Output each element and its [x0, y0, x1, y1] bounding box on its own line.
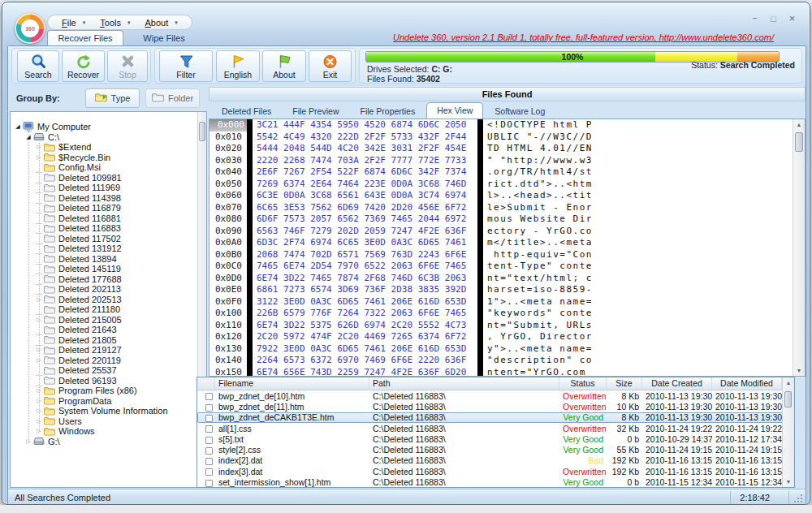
tree-item-c[interactable]: ◢C:\: [11, 132, 206, 143]
tree-item-deleted-116879[interactable]: Deleted 116879: [11, 203, 206, 213]
stop-button[interactable]: Stop: [107, 50, 148, 82]
table-row[interactable]: bwp_zdnet_de[11].htmC:\Deleted 116883\Ov…: [197, 401, 794, 412]
tree-item-deleted-220119[interactable]: ▷Deleted 220119: [11, 356, 206, 366]
tree-item-windows[interactable]: ▷Windows: [11, 426, 206, 437]
scroll-up-button[interactable]: ▲: [783, 377, 794, 388]
column-header-filename[interactable]: Filename: [215, 377, 369, 390]
scrollbar-thumb[interactable]: [795, 132, 803, 152]
column-header-path[interactable]: Path: [369, 377, 559, 390]
tree-item-deleted-145119[interactable]: Deleted 145119: [11, 264, 206, 274]
exit-button[interactable]: Exit: [309, 50, 352, 82]
hex-row[interactable]: 0x0105542 4C49 4320 222D 2F2F 5733 432F …: [209, 131, 805, 144]
tab-wipe-files[interactable]: Wipe Files: [123, 30, 205, 45]
row-checkbox[interactable]: [205, 393, 213, 400]
column-header-size[interactable]: Size: [607, 377, 642, 390]
hex-row[interactable]: 0x0C07465 6E74 2D54 7970 6522 2063 6F6E …: [209, 261, 805, 273]
table-row[interactable]: bwp_zdnet_de[10].htmC:\Deleted 116883\Ov…: [197, 390, 794, 401]
hex-row[interactable]: 0x1307922 3E0D 0A3C 6D65 7461 206E 616D …: [209, 343, 805, 356]
hex-row[interactable]: 0x0205444 2048 544D 4C20 342E 3031 2F2F …: [209, 143, 805, 155]
scrollbar-thumb[interactable]: [784, 391, 792, 407]
hex-row[interactable]: 0x0906563 746F 7279 202D 2059 7247 4F2E …: [209, 226, 805, 238]
tree-item-system-volume-information[interactable]: ▷System Volume Information: [11, 406, 206, 416]
tree-item-deleted-219127[interactable]: ▷Deleted 219127: [11, 345, 206, 356]
group-by-folder-button[interactable]: Folder: [145, 88, 200, 108]
tree-item-deleted-111969[interactable]: Deleted 111969: [11, 183, 206, 193]
table-row[interactable]: index[3].datC:\Deleted 116883\Overwritte…: [197, 466, 794, 476]
tree-item-deleted-116883[interactable]: Deleted 116883: [11, 223, 206, 234]
tree-item-deleted-114398[interactable]: Deleted 114398: [11, 193, 206, 204]
tab-file-preview[interactable]: File Preview: [283, 105, 348, 119]
tree-item-deleted-116881[interactable]: Deleted 116881: [11, 213, 206, 224]
expander-icon[interactable]: ◢: [14, 122, 22, 131]
table-row[interactable]: s[5].txtC:\Deleted 116883\Very Good0 b20…: [197, 433, 794, 444]
tab-file-properties[interactable]: File Properties: [350, 105, 425, 119]
hex-row[interactable]: 0x1202C20 5972 474F 2C20 4469 7265 6374 …: [209, 331, 805, 343]
hex-row[interactable]: 0x0806D6F 7573 2057 6562 7369 7465 2044 …: [209, 213, 805, 226]
menu-item-about[interactable]: About▾: [137, 18, 184, 28]
row-checkbox[interactable]: [205, 447, 213, 455]
expander-icon[interactable]: ▷: [35, 345, 43, 355]
tree-item-program-files-x86[interactable]: ▷Program Files (x86): [11, 386, 206, 396]
tab-recover-files[interactable]: Recover Files: [47, 30, 123, 45]
search-button[interactable]: Search: [17, 50, 59, 82]
table-row[interactable]: bwp_zdnet_deCAKB1T3E.htmC:\Deleted 11688…: [197, 412, 794, 423]
expander-icon[interactable]: ▷: [35, 416, 43, 426]
hex-row[interactable]: 0x0706C65 3E53 7562 6D69 7420 2D20 456E …: [209, 202, 805, 214]
about-button[interactable]: About: [262, 50, 306, 82]
hex-row[interactable]: 0x1402264 6573 6372 6970 7469 6F6E 2220 …: [209, 355, 805, 367]
tree-item-deleted-21805[interactable]: Deleted 21805: [11, 335, 206, 346]
column-header-date-modified[interactable]: Date Modified: [712, 377, 782, 390]
hex-row[interactable]: 0x0606C3E 0D0A 3C68 6561 643E 0D0A 3C74 …: [209, 190, 805, 202]
tree-item-my-computer[interactable]: ◢My Computer: [11, 122, 206, 132]
tree-item-recycle-bin[interactable]: ▷$Recycle.Bin: [11, 153, 206, 163]
tree-item-extend[interactable]: ▷$Extend: [11, 142, 206, 153]
row-checkbox[interactable]: [205, 425, 213, 433]
recover-button[interactable]: Recover: [62, 50, 105, 82]
close-button[interactable]: [787, 14, 797, 24]
scroll-down-button[interactable]: ▼: [793, 365, 805, 376]
hex-row[interactable]: 0x0003C21 444F 4354 5950 4520 6874 6D6C …: [209, 119, 805, 131]
table-row[interactable]: all[1].cssC:\Deleted 116883\Overwritten3…: [197, 423, 794, 433]
tree-item-deleted-117502[interactable]: Deleted 117502: [11, 234, 206, 244]
tree-item-deleted-202113[interactable]: Deleted 202113: [11, 284, 206, 295]
row-checkbox[interactable]: [205, 458, 213, 465]
scroll-down-button[interactable]: ▼: [783, 476, 794, 487]
hex-row[interactable]: 0x1106E74 3D22 5375 626D 6974 2C20 5552 …: [209, 320, 805, 332]
expander-icon[interactable]: ▷: [35, 153, 43, 162]
expander-icon[interactable]: ◢: [24, 132, 32, 142]
row-checkbox[interactable]: [205, 415, 213, 422]
tab-software-log[interactable]: Software Log: [485, 105, 555, 119]
hex-row[interactable]: 0x100226B 6579 776F 7264 7322 2063 6F6E …: [209, 308, 805, 320]
tree-item-deleted-211180[interactable]: Deleted 211180: [11, 304, 206, 315]
hex-row[interactable]: 0x0D06E74 3D22 7465 7874 2F68 746D 6C3B …: [209, 273, 805, 285]
column-header-date-created[interactable]: Date Created: [642, 377, 712, 390]
hex-row[interactable]: 0x0F03122 3E0D 0A3C 6D65 7461 206E 616D …: [209, 296, 805, 308]
tree-scrollbar[interactable]: [197, 112, 206, 377]
hex-row[interactable]: 0x0402E6F 7267 2F54 522F 6874 6D6C 342F …: [209, 166, 805, 179]
tree-item-deleted-13894[interactable]: Deleted 13894: [11, 254, 206, 265]
tree-item-deleted-202513[interactable]: ▷Deleted 202513: [11, 295, 206, 305]
hex-row[interactable]: 0x0507269 6374 2E64 7464 223E 0D0A 3C68 …: [209, 179, 805, 191]
hex-row[interactable]: 0x1506E74 656E 743D 2259 7247 4F2E 636F …: [209, 367, 805, 377]
tree-item-deleted-21643[interactable]: Deleted 21643: [11, 325, 206, 335]
tree-item-deleted-109981[interactable]: Deleted 109981: [11, 173, 206, 183]
hex-row[interactable]: 0x0A06D3C 2F74 6974 6C65 3E0D 0A3C 6D65 …: [209, 237, 805, 249]
tree-item-g[interactable]: ▷G:\: [11, 437, 206, 447]
scroll-up-button[interactable]: ▲: [793, 119, 805, 130]
expander-icon[interactable]: ▷: [24, 437, 32, 446]
tree-item-deleted-25537[interactable]: Deleted 25537: [11, 365, 206, 376]
menu-item-tools[interactable]: Tools▾: [93, 18, 137, 28]
hex-row[interactable]: 0x0302220 2268 7474 703A 2F2F 7777 772E …: [209, 155, 805, 167]
group-by-type-button[interactable]: Type: [85, 88, 140, 108]
table-row[interactable]: index[2].datC:\Deleted 116883\Bad192 Kb2…: [197, 455, 794, 466]
table-row[interactable]: style[2].cssC:\Deleted 116883\Very Good5…: [197, 444, 794, 455]
minimize-button[interactable]: [749, 14, 760, 24]
tree-item-deleted-215005[interactable]: ▷Deleted 215005: [11, 315, 206, 325]
expander-icon[interactable]: ▷: [35, 396, 43, 406]
menu-item-file[interactable]: File▾: [54, 18, 93, 28]
tree-item-deleted-96193[interactable]: Deleted 96193: [11, 376, 206, 386]
table-scrollbar[interactable]: ▲ ▼: [782, 377, 794, 487]
expander-icon[interactable]: ▷: [35, 295, 43, 304]
maximize-button[interactable]: [768, 14, 779, 24]
row-checkbox[interactable]: [205, 480, 213, 487]
